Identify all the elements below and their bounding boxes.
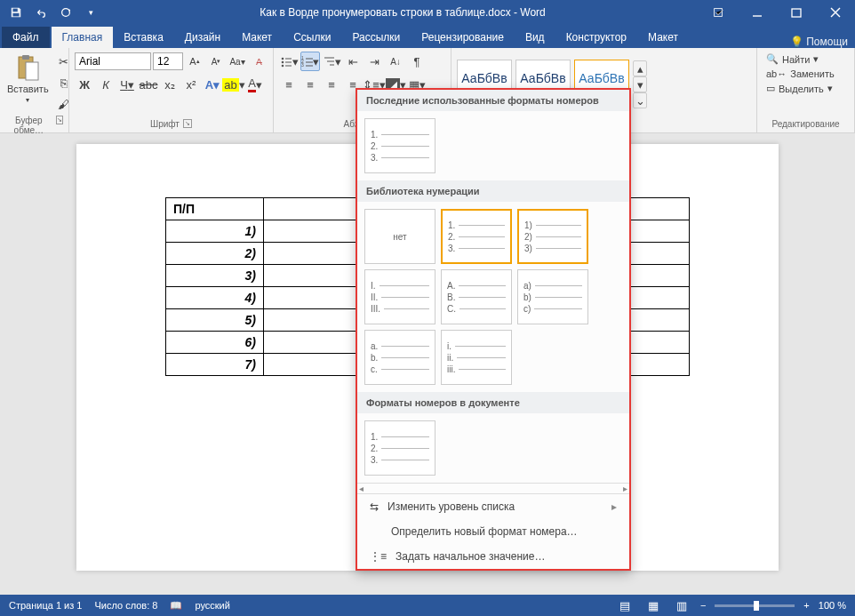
zoom-out-button[interactable]: − xyxy=(700,600,706,611)
clipboard-launcher[interactable]: ↘ xyxy=(56,116,63,124)
tell-me[interactable]: 💡 Помощи xyxy=(790,36,848,48)
cut-button[interactable]: ✂ xyxy=(54,52,74,71)
strike-button[interactable]: abc xyxy=(139,75,158,94)
window-title: Как в Ворде пронумеровать строки в табли… xyxy=(107,6,699,19)
tab-design[interactable]: Дизайн xyxy=(174,27,231,48)
close-button[interactable] xyxy=(816,0,855,25)
svg-rect-1 xyxy=(13,13,20,17)
numbering-format-alpha-upper[interactable]: A. B. C. xyxy=(441,269,512,324)
svg-point-2 xyxy=(62,9,70,17)
numbering-format-roman-lower[interactable]: i. ii. iii. xyxy=(441,330,512,385)
svg-rect-9 xyxy=(22,55,29,60)
view-read-button[interactable]: ▤ xyxy=(615,596,635,615)
status-language[interactable]: русский xyxy=(195,600,229,611)
styles-scroll-up[interactable]: ▴ xyxy=(633,60,647,76)
numbering-scroll-left[interactable]: ◂ xyxy=(359,484,364,493)
qat-customize[interactable]: ▾ xyxy=(80,2,101,23)
font-color-button[interactable]: A▾ xyxy=(245,75,265,94)
zoom-slider[interactable] xyxy=(715,604,795,607)
minimize-button[interactable] xyxy=(738,0,777,25)
tab-view[interactable]: Вид xyxy=(515,27,555,48)
styles-scroll-down[interactable]: ▾ xyxy=(633,76,647,92)
italic-button[interactable]: К xyxy=(96,75,116,94)
bullets-button[interactable]: ▾ xyxy=(279,52,299,71)
text-effects-button[interactable]: A▾ xyxy=(203,75,222,94)
numbering-format-alpha-lower-paren[interactable]: a) b) c) xyxy=(517,269,588,324)
numbering-format-decimal-paren[interactable]: 1) 2) 3) xyxy=(517,209,588,264)
align-right-button[interactable]: ≡ xyxy=(322,75,341,94)
format-painter-button[interactable]: 🖌 xyxy=(54,94,74,114)
svg-rect-10 xyxy=(26,62,38,80)
status-bar: Страница 1 из 1 Число слов: 8 📖 русский … xyxy=(0,595,855,616)
find-button[interactable]: 🔍 Найти ▾ xyxy=(763,52,822,67)
styles-more[interactable]: ⌄ xyxy=(633,92,647,108)
paste-button[interactable]: Вставить ▾ xyxy=(5,52,51,106)
grow-font-button[interactable]: A▴ xyxy=(185,52,204,71)
svg-point-11 xyxy=(281,58,284,60)
set-value-icon: ⋮≡ xyxy=(370,550,387,563)
svg-point-13 xyxy=(281,61,284,64)
numbering-button[interactable]: 123▾ xyxy=(300,52,320,71)
zoom-level[interactable]: 100 % xyxy=(819,600,846,611)
numbering-format-doc-1[interactable]: 1. 2. 3. xyxy=(364,420,435,476)
title-bar: ▾ Как в Ворде пронумеровать строки в таб… xyxy=(0,0,855,25)
highlight-button[interactable]: ab▾ xyxy=(224,75,244,94)
show-marks-button[interactable]: ¶ xyxy=(407,52,427,71)
numbering-set-value[interactable]: ⋮≡ Задать начальное значение… xyxy=(357,544,629,569)
tab-review[interactable]: Рецензирование xyxy=(411,27,515,48)
underline-button[interactable]: Ч▾ xyxy=(117,75,137,94)
multilevel-button[interactable]: ▾ xyxy=(322,52,341,71)
zoom-in-button[interactable]: + xyxy=(803,600,809,611)
numbering-format-recent[interactable]: 1. 2. 3. xyxy=(364,118,435,173)
submenu-arrow-icon: ▸ xyxy=(611,500,617,513)
replace-button[interactable]: ab↔ Заменить xyxy=(763,67,838,81)
numbering-format-alpha-lower-dot[interactable]: a. b. c. xyxy=(364,330,435,385)
svg-rect-0 xyxy=(13,9,18,12)
numbering-change-level[interactable]: ⇆ Изменить уровень списка ▸ xyxy=(357,494,629,519)
font-name-combo[interactable] xyxy=(75,52,151,70)
numbering-dropdown: Последние использованные форматы номеров… xyxy=(356,88,631,571)
increase-indent-button[interactable]: ⇥ xyxy=(364,52,384,71)
font-size-combo[interactable] xyxy=(153,52,183,70)
align-left-button[interactable]: ≡ xyxy=(279,75,299,94)
tab-file[interactable]: Файл xyxy=(2,27,50,48)
numbering-section-library: Библиотека нумерации xyxy=(357,180,629,202)
align-center-button[interactable]: ≡ xyxy=(300,75,320,94)
tab-references[interactable]: Ссылки xyxy=(283,27,341,48)
numbering-section-recent: Последние использованные форматы номеров xyxy=(357,90,629,111)
numbering-none[interactable]: нет xyxy=(364,209,435,264)
tab-table-layout[interactable]: Макет xyxy=(637,27,689,48)
shrink-font-button[interactable]: A▾ xyxy=(206,52,226,71)
tab-layout[interactable]: Макет xyxy=(231,27,283,48)
clear-format-button[interactable]: A̶ xyxy=(249,52,268,71)
view-web-button[interactable]: ▥ xyxy=(672,596,691,615)
tab-mailings[interactable]: Рассылки xyxy=(341,27,411,48)
bold-button[interactable]: Ж xyxy=(75,75,94,94)
undo-button[interactable] xyxy=(30,2,52,23)
decrease-indent-button[interactable]: ⇤ xyxy=(343,52,363,71)
save-button[interactable] xyxy=(5,2,27,23)
subscript-button[interactable]: x₂ xyxy=(160,75,180,94)
change-case-button[interactable]: Aa▾ xyxy=(228,52,247,71)
copy-button[interactable]: ⎘ xyxy=(54,73,74,92)
numbering-scroll-right[interactable]: ▸ xyxy=(623,484,627,493)
numbering-format-roman-upper[interactable]: I. II. III. xyxy=(364,269,435,324)
numbering-format-decimal-dot[interactable]: 1. 2. 3. xyxy=(441,209,512,264)
status-page[interactable]: Страница 1 из 1 xyxy=(9,600,82,611)
redo-button[interactable] xyxy=(55,2,76,23)
tab-home[interactable]: Главная xyxy=(52,27,114,48)
ribbon-tabs: Файл Главная Вставка Дизайн Макет Ссылки… xyxy=(0,25,855,48)
status-words[interactable]: Число слов: 8 xyxy=(94,600,157,611)
svg-text:3: 3 xyxy=(301,62,304,68)
status-proofing-icon[interactable]: 📖 xyxy=(170,600,182,612)
font-launcher[interactable]: ↘ xyxy=(183,119,192,128)
view-print-button[interactable]: ▦ xyxy=(643,596,663,615)
superscript-button[interactable]: x² xyxy=(181,75,201,94)
numbering-define-new[interactable]: Определить новый формат номера… xyxy=(357,519,629,544)
sort-button[interactable]: A↓ xyxy=(386,52,405,71)
tab-insert[interactable]: Вставка xyxy=(113,27,174,48)
select-button[interactable]: ▭ Выделить ▾ xyxy=(763,81,836,96)
ribbon-options-button[interactable] xyxy=(699,0,738,25)
maximize-button[interactable] xyxy=(777,0,816,25)
tab-table-design[interactable]: Конструктор xyxy=(555,27,637,48)
